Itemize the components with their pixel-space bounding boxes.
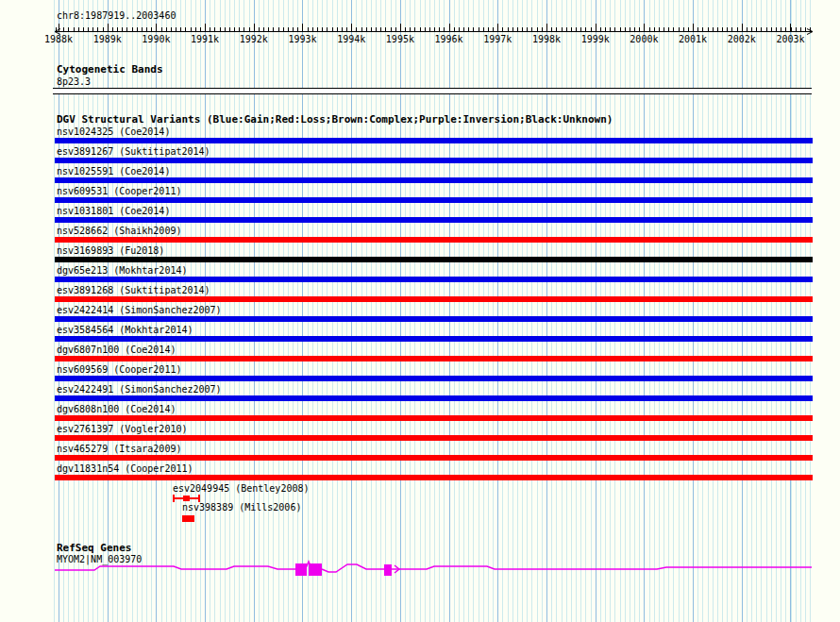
variant-bar[interactable] [55, 237, 813, 243]
refseq-section-title: RefSeq Genes [57, 542, 131, 554]
variant-range-glyph[interactable] [173, 495, 200, 502]
minor-ticks [55, 27, 814, 31]
variant-row: esv3891267 (Suktitipat2014) [55, 146, 813, 163]
variant-row: dgv6808n100 (Coe2014) [55, 404, 813, 421]
variant-label: esv3891268 (Suktitipat2014) [55, 285, 813, 296]
cytogenetic-section-title: Cytogenetic Bands [57, 63, 163, 76]
variant-label: dgv6808n100 (Coe2014) [55, 404, 813, 415]
exon[interactable] [295, 563, 307, 576]
variant-row: nsv1025591 (Coe2014) [55, 166, 813, 183]
tick-label: 1995k [386, 34, 414, 44]
variant-bar[interactable] [55, 316, 813, 322]
gene-model[interactable] [53, 559, 814, 581]
variant-row: nsv609531 (Cooper2011) [55, 186, 813, 203]
variant-row: nsv465279 (Itsara2009) [55, 444, 813, 461]
variant-bar[interactable] [55, 475, 813, 480]
tick-label: 1994k [337, 34, 365, 44]
tick-label: 1999k [581, 34, 610, 44]
tick-label: 2001k [679, 34, 707, 44]
variant-bar[interactable] [55, 138, 813, 143]
tick-label: 1991k [191, 34, 219, 44]
variant-bar[interactable] [182, 515, 194, 522]
variant-label: nsv3169893 (Fu2018) [55, 245, 813, 257]
variant-bar[interactable] [55, 376, 813, 381]
variant-row: nsv1031801 (Coe2014) [55, 206, 813, 223]
variant-bar[interactable] [55, 296, 813, 302]
tick-label: 1992k [240, 34, 268, 44]
variant-bar[interactable] [55, 455, 813, 461]
variant-row: nsv609569 (Cooper2011) [55, 364, 813, 381]
variant-label: dgv65e213 (Mokhtar2014) [55, 265, 813, 277]
tick-label: 1989k [93, 34, 122, 44]
tick-label: 2003k [776, 34, 804, 44]
intron-line [55, 564, 812, 572]
variant-label: nsv609531 (Cooper2011) [55, 186, 813, 197]
variant-bar[interactable] [55, 415, 813, 421]
variant-row: nsv398389 (Mills2006) [182, 502, 301, 522]
variant-label: nsv1025591 (Coe2014) [55, 166, 813, 177]
variant-label: nsv1024325 (Coe2014) [55, 126, 813, 138]
exon[interactable] [309, 563, 322, 576]
variant-bar[interactable] [55, 356, 813, 361]
variant-row: esv2422414 (SimonSanchez2007) [55, 305, 813, 322]
variant-row: esv2422491 (SimonSanchez2007) [55, 384, 813, 401]
variant-label: nsv609569 (Cooper2011) [55, 364, 813, 376]
variant-bar[interactable] [55, 395, 813, 401]
variant-bar[interactable] [55, 257, 813, 262]
variant-label: nsv398389 (Mills2006) [182, 502, 301, 513]
variant-label: esv2422491 (SimonSanchez2007) [55, 384, 813, 395]
variant-bar[interactable] [55, 336, 813, 342]
tick-label: 1990k [142, 34, 170, 44]
variant-row: nsv1024325 (Coe2014) [55, 126, 813, 143]
tick-label: 1988k [44, 34, 73, 44]
exon[interactable] [384, 564, 392, 576]
variant-row: dgv65e213 (Mokhtar2014) [55, 265, 813, 282]
variant-bar[interactable] [55, 197, 813, 203]
tick-label: 2002k [728, 34, 756, 44]
variant-bar[interactable] [55, 177, 813, 183]
variant-label: dgv11831n54 (Cooper2011) [55, 463, 813, 475]
variant-row: esv2761397 (Vogler2010) [55, 424, 813, 441]
tick-label: 1998k [532, 34, 561, 44]
variant-bar[interactable] [55, 217, 813, 223]
variant-label: nsv465279 (Itsara2009) [55, 444, 813, 455]
variant-row: esv3891268 (Suktitipat2014) [55, 285, 813, 302]
cytoband-feature[interactable] [53, 88, 812, 94]
variant-row: esv2049945 (Bentley2008) [173, 483, 310, 502]
variant-bar[interactable] [55, 277, 813, 282]
variant-bar[interactable] [55, 435, 813, 441]
variant-row: dgv11831n54 (Cooper2011) [55, 463, 813, 480]
variant-label: esv2049945 (Bentley2008) [173, 483, 310, 495]
variant-row: dgv6807n100 (Coe2014) [55, 345, 813, 361]
variant-row: esv3584564 (Mokhtar2014) [55, 325, 813, 342]
tick-label: 2000k [630, 34, 658, 44]
variant-label: esv3891267 (Suktitipat2014) [55, 146, 813, 158]
dgv-section-title: DGV Structural Variants (Blue:Gain;Red:L… [57, 113, 613, 126]
variant-bar[interactable] [55, 158, 813, 163]
genome-browser-view: chr8:1987919..2003460 1988k 1989k 1990k … [0, 0, 840, 622]
variant-label: esv2422414 (SimonSanchez2007) [55, 305, 813, 316]
variant-label: esv3584564 (Mokhtar2014) [55, 325, 813, 336]
ruler-axis [0, 0, 840, 42]
tick-label: 1996k [435, 34, 463, 44]
variant-label: dgv6807n100 (Coe2014) [55, 345, 813, 356]
variant-label: esv2761397 (Vogler2010) [55, 424, 813, 435]
cytoband-label: 8p23.3 [57, 76, 91, 88]
variant-label: nsv528662 (Shaikh2009) [55, 226, 813, 237]
tick-label: 1993k [288, 34, 316, 44]
tick-label: 1997k [483, 34, 512, 44]
variant-label: nsv1031801 (Coe2014) [55, 206, 813, 217]
variant-row: nsv3169893 (Fu2018) [55, 245, 813, 262]
variant-row: nsv528662 (Shaikh2009) [55, 226, 813, 243]
